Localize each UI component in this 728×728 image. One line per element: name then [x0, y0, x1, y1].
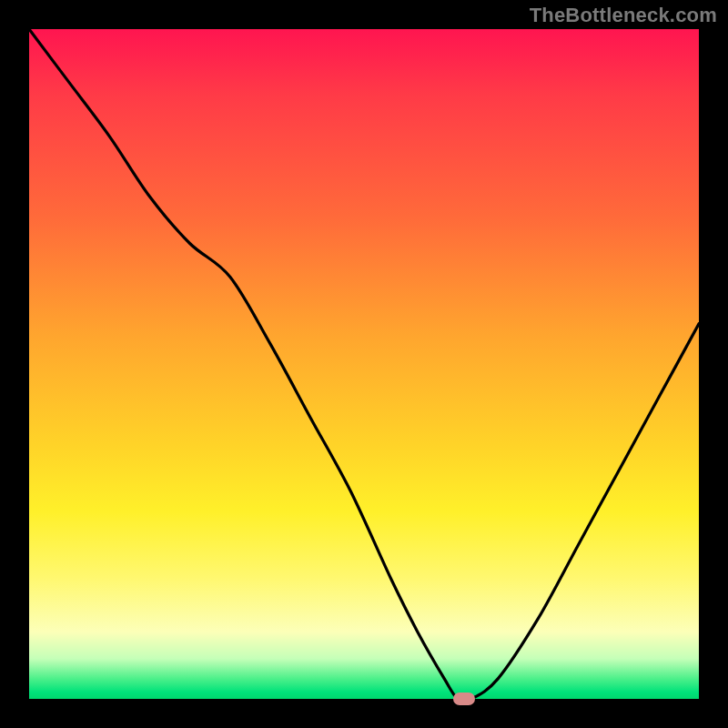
optimal-point-marker	[453, 693, 475, 705]
chart-frame: TheBottleneck.com	[0, 0, 728, 728]
bottleneck-curve	[29, 29, 699, 699]
watermark-text: TheBottleneck.com	[530, 4, 717, 27]
plot-area	[29, 29, 699, 699]
